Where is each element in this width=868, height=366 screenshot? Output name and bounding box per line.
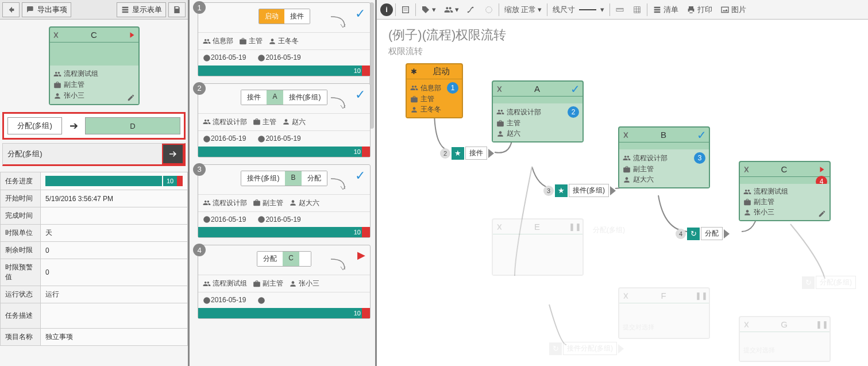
list-button[interactable]: 清单 bbox=[650, 2, 681, 17]
canvas-node-F[interactable]: F❚❚ 提交对选择 bbox=[618, 287, 710, 339]
canvas-node-G[interactable]: G❚❚ 提交对选择 bbox=[739, 316, 831, 362]
asterisk-icon: ✱ bbox=[407, 67, 421, 76]
middle-panel: 1 ✓ 启动接件 信息部 主管 王冬冬 2016-05-19 2016-05-1… bbox=[190, 0, 377, 366]
export-button[interactable]: 导出事项 bbox=[22, 2, 71, 17]
arrow-icon: ➔ bbox=[62, 120, 85, 132]
edit-icon[interactable] bbox=[127, 94, 135, 102]
play-icon: ▶ bbox=[357, 249, 365, 261]
svg-rect-0 bbox=[403, 6, 409, 13]
detail-node-card[interactable]: C 流程测试组 副主管 张小三 bbox=[49, 26, 140, 105]
line-dim-label[interactable]: 线尺寸 ▾ bbox=[550, 2, 607, 17]
transition-label: 分配(多组) bbox=[7, 117, 62, 134]
connector-ghost-5: ↻分配(多组) bbox=[802, 276, 856, 289]
step-time-row: 2016-05-19 2016-05-19 bbox=[198, 130, 370, 147]
info-button[interactable]: i bbox=[380, 3, 393, 16]
transition-target: D bbox=[85, 117, 180, 134]
node-title: C bbox=[63, 30, 126, 40]
transition-go-button[interactable] bbox=[162, 144, 184, 164]
print-button[interactable]: 打印 bbox=[684, 2, 715, 17]
right-panel: i ▾ ▾ 缩放 正常▾ 线尺寸 ▾ 清单 打印 图片 (例子)(流程)权限流转… bbox=[377, 0, 868, 366]
chip-row: 接件(多组)B分配 bbox=[241, 171, 327, 186]
canvas-title: (例子)(流程)权限流转 权限流转 bbox=[377, 20, 868, 59]
canvas-node-E[interactable]: E❚❚ bbox=[492, 218, 584, 276]
grid-button[interactable] bbox=[630, 2, 645, 17]
step-2[interactable]: 2 ✓ 接件A接件(多组) 流程设计部 主管 赵六 2016-05-19 201… bbox=[194, 83, 371, 157]
check-icon: ✓ bbox=[355, 168, 365, 183]
svg-point-1 bbox=[468, 11, 469, 13]
right-toolbar: i ▾ ▾ 缩放 正常▾ 线尺寸 ▾ 清单 打印 图片 bbox=[377, 0, 868, 20]
tag-button[interactable]: ▾ bbox=[418, 2, 439, 17]
curve-arrow-icon bbox=[330, 16, 347, 29]
play-icon bbox=[126, 31, 138, 39]
zoom-label[interactable]: 缩放 正常▾ bbox=[501, 2, 545, 17]
step-3[interactable]: 3 ✓ 接件(多组)B分配 流程设计部 副主管 赵大六 2016-05-19 2… bbox=[194, 164, 371, 238]
save-button[interactable] bbox=[168, 2, 186, 17]
note-button[interactable] bbox=[398, 2, 413, 17]
chip-row: 启动接件 bbox=[259, 9, 310, 24]
check-icon: ✓ bbox=[355, 6, 365, 21]
step-time-row: 2016-05-19 2016-05-19 bbox=[198, 49, 370, 66]
step-1[interactable]: 1 ✓ 启动接件 信息部 主管 王冬冬 2016-05-19 2016-05-1… bbox=[194, 2, 371, 76]
canvas-node-start[interactable]: ✱启动 信息部1 主管 王冬冬 bbox=[406, 63, 463, 118]
role-icon bbox=[53, 81, 61, 89]
canvas-node-B[interactable]: B✓ 流程设计部3 副主管 赵大六 bbox=[618, 126, 710, 188]
transition-row: 分配(多组) bbox=[2, 143, 186, 166]
step-group-row: 流程设计部 副主管 赵大六 bbox=[198, 194, 370, 211]
step-progress: 10 bbox=[198, 147, 370, 157]
image-button[interactable]: 图片 bbox=[717, 2, 749, 17]
curve-arrow-icon bbox=[330, 97, 347, 110]
step-group-row: 信息部 主管 王冬冬 bbox=[198, 32, 370, 49]
svg-rect-5 bbox=[722, 7, 728, 12]
step-progress: 10 bbox=[198, 227, 370, 237]
chip-row: 接件A接件(多组) bbox=[241, 90, 327, 105]
connector-2[interactable]: 3★接件(多组) bbox=[543, 184, 616, 197]
show-form-button[interactable]: 显示表单 bbox=[117, 2, 166, 17]
connector-3[interactable]: 4↻分配 bbox=[676, 227, 730, 240]
step-progress: 10 bbox=[198, 308, 370, 318]
task-progressbar: 10 bbox=[45, 176, 162, 186]
flow-canvas[interactable]: ✱启动 信息部1 主管 王冬冬 A✓ 流程设计部2 主管 赵六 B✓ bbox=[377, 57, 868, 366]
step-number: 2 bbox=[193, 82, 206, 95]
edit-icon[interactable] bbox=[818, 210, 826, 218]
back-button[interactable] bbox=[2, 2, 20, 17]
curve-arrow-icon bbox=[330, 178, 347, 191]
step-number: 1 bbox=[193, 1, 206, 14]
connector-ghost-1: 分配(多组) bbox=[589, 224, 628, 236]
transition-highlight[interactable]: 分配(多组) ➔ D bbox=[2, 112, 186, 140]
connector-1[interactable]: 2★接件 bbox=[440, 147, 494, 160]
users-button[interactable]: ▾ bbox=[441, 2, 462, 17]
task-table: 任务进度 10 开始时间5/19/2016 3:56:47 PM 完成时间 时限… bbox=[0, 172, 188, 346]
ruler-button[interactable] bbox=[612, 2, 627, 17]
canvas-node-A[interactable]: A✓ 流程设计部2 主管 赵六 bbox=[492, 80, 584, 142]
svg-point-2 bbox=[472, 6, 474, 8]
step-time-row: 2016-05-19 2016-05-19 bbox=[198, 211, 370, 228]
group-icon bbox=[53, 70, 61, 78]
step-time-row: 2016-05-19 bbox=[198, 292, 370, 308]
step-number: 3 bbox=[193, 163, 206, 176]
cross-icon bbox=[50, 31, 63, 39]
step-group-row: 流程测试组 副主管 张小三 bbox=[198, 275, 370, 292]
chip-row: 分配C bbox=[257, 251, 311, 267]
path-button[interactable] bbox=[464, 2, 479, 17]
svg-point-3 bbox=[486, 6, 492, 13]
step-group-row: 流程设计部 主管 赵六 bbox=[198, 113, 370, 130]
step-4[interactable]: 4 ▶ 分配C 流程测试组 副主管 张小三 2016-05-19 10 bbox=[194, 245, 371, 319]
left-toolbar: 导出事项 显示表单 bbox=[0, 0, 188, 20]
step-progress: 10 bbox=[198, 66, 370, 76]
select-button[interactable] bbox=[481, 2, 496, 17]
curve-arrow-icon bbox=[330, 258, 347, 272]
connector-ghost-2: ↻接件分配(多组) bbox=[549, 342, 624, 355]
canvas-node-C[interactable]: C 4 流程测试组 副主管 张小三 bbox=[739, 161, 831, 221]
check-icon: ✓ bbox=[355, 87, 365, 102]
person-icon bbox=[53, 92, 61, 100]
left-panel: 导出事项 显示表单 C 流程测试组 副主管 张小三 bbox=[0, 0, 190, 366]
